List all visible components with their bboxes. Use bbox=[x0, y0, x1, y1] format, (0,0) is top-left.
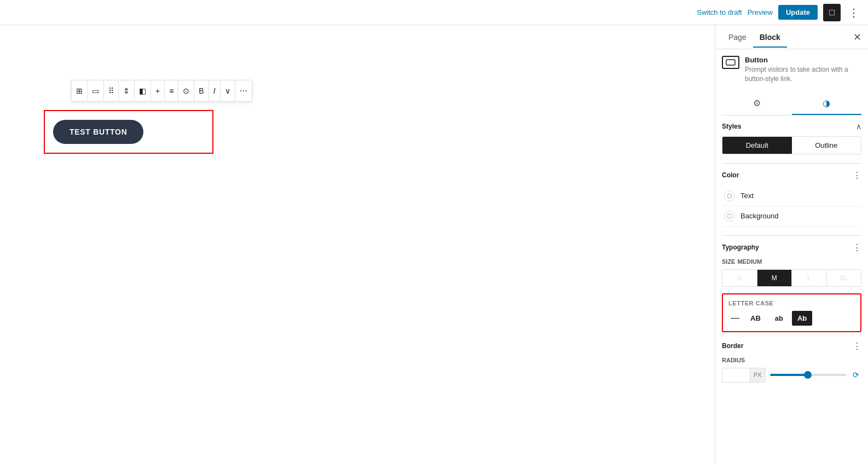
color-section: Color ⋮ Text Background bbox=[722, 170, 861, 227]
block-toolbar: ⊞ ▭ ⠿ ⇕ ◧ + ≡ ⊙ B bbox=[71, 80, 252, 102]
align-text-icon: ≡ bbox=[169, 86, 173, 95]
block-tab[interactable]: Block bbox=[753, 27, 787, 47]
embed-button[interactable]: ▭ bbox=[88, 80, 104, 101]
more-toolbar-options-button[interactable]: ⋯ bbox=[235, 80, 252, 101]
test-button[interactable]: TEST BUTTON bbox=[53, 120, 143, 144]
bold-icon: B bbox=[199, 86, 204, 95]
topbar: Switch to draft Preview Update □ ⋮ bbox=[0, 0, 868, 25]
link-button[interactable]: ⊙ bbox=[178, 80, 194, 101]
text-format-chevron-button[interactable]: ∨ bbox=[221, 80, 235, 101]
right-sidebar: Page Block ✕ Button Prompt visitors to t… bbox=[715, 25, 868, 463]
more-options-button[interactable]: ⋮ bbox=[846, 5, 861, 20]
block-description: Prompt visitors to take action with a bu… bbox=[745, 65, 861, 84]
more-icon: ⋯ bbox=[240, 86, 247, 95]
toggle-sidebar-icon-button[interactable]: □ bbox=[823, 4, 841, 21]
typography-section: Typography ⋮ SIZE MEDIUM S M L XL LETTER… bbox=[722, 242, 861, 332]
sidebar-content: Button Prompt visitors to take action wi… bbox=[715, 49, 868, 463]
block-type-icon bbox=[722, 56, 739, 69]
size-value: MEDIUM bbox=[737, 258, 762, 265]
size-xl-button[interactable]: XL bbox=[827, 270, 861, 286]
styles-collapse-button[interactable]: ∧ bbox=[856, 122, 861, 131]
border-link-icon[interactable]: ⟳ bbox=[850, 371, 861, 379]
size-label: SIZE bbox=[722, 258, 735, 265]
sidebar-tabs: Page Block ✕ bbox=[715, 25, 868, 49]
arrows-icon: ⇕ bbox=[123, 86, 130, 95]
radius-label: RADIUS bbox=[722, 357, 745, 363]
divider-2 bbox=[722, 235, 861, 236]
background-color-swatch bbox=[724, 211, 735, 222]
svg-point-1 bbox=[727, 194, 732, 198]
styles-section-title: Styles bbox=[722, 123, 741, 130]
block-header: Button Prompt visitors to take action wi… bbox=[722, 56, 861, 84]
divider-1 bbox=[722, 163, 861, 164]
border-radius-row: PX ⟳ bbox=[722, 368, 861, 383]
settings-row: ⚙ ◑ bbox=[722, 92, 861, 115]
close-sidebar-button[interactable]: ✕ bbox=[853, 31, 861, 43]
main-layout: ⊞ ▭ ⠿ ⇕ ◧ + ≡ ⊙ B bbox=[0, 25, 868, 463]
size-s-button[interactable]: S bbox=[722, 270, 757, 286]
styles-section-header: Styles ∧ bbox=[722, 122, 861, 131]
styles-section: Styles ∧ Default Outline bbox=[722, 122, 861, 154]
color-options-button[interactable]: ⋮ bbox=[853, 170, 861, 181]
italic-button[interactable]: I bbox=[209, 80, 221, 101]
gear-icon: ⚙ bbox=[753, 98, 761, 108]
typography-section-title: Typography bbox=[722, 244, 759, 251]
button-block-container: TEST BUTTON bbox=[44, 110, 213, 154]
radius-unit: PX bbox=[750, 368, 765, 382]
typography-section-header: Typography ⋮ bbox=[722, 242, 861, 253]
italic-icon: I bbox=[213, 86, 216, 95]
default-style-button[interactable]: Default bbox=[722, 137, 792, 154]
size-l-button[interactable]: L bbox=[792, 270, 827, 286]
titlecase-button[interactable]: Ab bbox=[792, 311, 812, 326]
drag-handle-button[interactable]: ⠿ bbox=[104, 80, 119, 101]
size-m-button[interactable]: M bbox=[757, 270, 792, 286]
page-tab[interactable]: Page bbox=[722, 27, 753, 47]
size-buttons-group: S M L XL bbox=[722, 269, 861, 287]
border-section-header: Border ⋮ bbox=[722, 341, 861, 351]
styles-icon: ◑ bbox=[823, 98, 830, 108]
settings-gear-button[interactable]: ⚙ bbox=[722, 92, 792, 115]
letter-case-buttons: — AB ab Ab bbox=[728, 311, 855, 326]
svg-point-2 bbox=[727, 214, 732, 218]
svg-rect-0 bbox=[726, 60, 735, 65]
align-left-button[interactable]: ◧ bbox=[135, 80, 151, 101]
uppercase-button[interactable]: AB bbox=[745, 311, 766, 326]
radius-label-row: RADIUS bbox=[722, 357, 861, 363]
text-color-label: Text bbox=[740, 192, 754, 200]
radius-input[interactable] bbox=[722, 368, 750, 382]
radius-input-group: PX bbox=[722, 368, 766, 383]
color-section-header: Color ⋮ bbox=[722, 170, 861, 181]
letter-case-label: LETTER CASE bbox=[728, 300, 855, 306]
text-color-swatch bbox=[724, 190, 735, 201]
styles-button[interactable]: ◑ bbox=[792, 92, 862, 115]
radius-slider-container bbox=[770, 374, 846, 376]
styles-row: Default Outline bbox=[722, 136, 861, 154]
color-section-title: Color bbox=[722, 171, 739, 179]
border-options-button[interactable]: ⋮ bbox=[853, 341, 861, 351]
lowercase-button[interactable]: ab bbox=[769, 311, 789, 326]
block-title: Button bbox=[745, 56, 861, 64]
block-icon: ⊞ bbox=[76, 86, 83, 95]
radius-slider[interactable] bbox=[770, 374, 846, 376]
drag-icon: ⠿ bbox=[108, 86, 114, 95]
chevron-down-icon: ∨ bbox=[225, 86, 230, 95]
align-text-button[interactable]: ≡ bbox=[165, 80, 178, 101]
color-background-option[interactable]: Background bbox=[722, 206, 861, 227]
outline-style-button[interactable]: Outline bbox=[792, 137, 861, 154]
switch-to-draft-button[interactable]: Switch to draft bbox=[697, 8, 742, 16]
canvas-area: ⊞ ▭ ⠿ ⇕ ◧ + ≡ ⊙ B bbox=[0, 25, 715, 463]
typography-options-button[interactable]: ⋮ bbox=[853, 242, 861, 253]
border-section: Border ⋮ RADIUS PX ⟳ bbox=[722, 341, 861, 383]
embed-icon: ▭ bbox=[92, 86, 99, 95]
preview-button[interactable]: Preview bbox=[748, 8, 773, 16]
size-label-row: SIZE MEDIUM bbox=[722, 258, 861, 265]
bold-button[interactable]: B bbox=[194, 80, 209, 101]
letter-case-none: — bbox=[728, 313, 742, 323]
letter-case-section: LETTER CASE — AB ab Ab bbox=[722, 293, 861, 332]
color-text-option[interactable]: Text bbox=[722, 186, 861, 206]
update-button[interactable]: Update bbox=[778, 5, 818, 20]
add-block-button[interactable]: + bbox=[151, 80, 165, 101]
move-arrows-button[interactable]: ⇕ bbox=[119, 80, 135, 101]
block-info: Button Prompt visitors to take action wi… bbox=[745, 56, 861, 84]
block-type-icon-button[interactable]: ⊞ bbox=[72, 80, 88, 101]
